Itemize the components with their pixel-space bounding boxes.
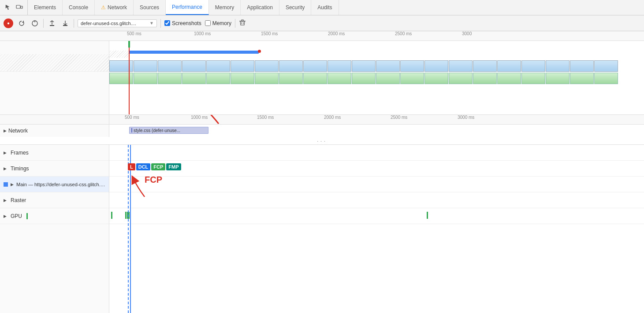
screenshot-thumb-2[interactable]: [424, 73, 448, 84]
tab-security[interactable]: Security: [279, 0, 311, 15]
screenshot-thumb[interactable]: [594, 60, 618, 72]
download-button[interactable]: [60, 18, 70, 28]
track-row-gpu[interactable]: ▶ GPU: [0, 208, 109, 224]
hatch-before-bar: [109, 51, 129, 58]
network-content: style.css (defer-unuse...: [109, 125, 644, 137]
annotation-arrow-svg: [183, 115, 223, 126]
screenshot-thumb-2[interactable]: [352, 73, 376, 84]
screenshot-thumb[interactable]: [376, 60, 400, 72]
tick-2500ms: 2500 ms: [395, 31, 412, 36]
screenshot-thumb-2[interactable]: [521, 73, 545, 84]
screenshots-checkbox[interactable]: [164, 20, 170, 26]
screenshot-thumb[interactable]: [400, 60, 424, 72]
toolbar-separator-2: [74, 19, 74, 28]
track-content-panel: L DCL FCP FMP FC: [109, 145, 644, 313]
overview-left-panel: [0, 41, 109, 115]
screenshot-thumb-2[interactable]: [546, 73, 570, 84]
btick-1500ms: 1500 ms: [257, 115, 274, 120]
reload-button[interactable]: [17, 18, 26, 28]
screenshot-thumb[interactable]: [182, 60, 206, 72]
badge-fmp: FMP: [166, 163, 181, 170]
badge-l: L: [128, 163, 135, 170]
screenshot-thumb-2[interactable]: [594, 73, 618, 84]
tab-application-label: Application: [247, 4, 273, 11]
url-selector[interactable]: defer-unused-css.glitch.... ▼: [78, 19, 157, 27]
stop-button[interactable]: [30, 18, 40, 28]
screenshot-thumb[interactable]: [134, 60, 157, 72]
network-expand-arrow: ▶: [4, 129, 7, 133]
screenshot-thumb-2[interactable]: [328, 73, 351, 84]
track-row-raster[interactable]: ▶ Raster: [0, 192, 109, 208]
clear-recordings-button[interactable]: [239, 19, 246, 28]
tab-sources[interactable]: Sources: [134, 0, 166, 15]
tab-audits[interactable]: Audits: [311, 0, 339, 15]
hatch-pattern: [0, 54, 109, 72]
screenshot-thumb-2[interactable]: [206, 73, 230, 84]
screenshot-thumb[interactable]: [473, 60, 497, 72]
screenshot-thumb-2[interactable]: [182, 73, 206, 84]
screenshot-thumb-2[interactable]: [255, 73, 279, 84]
screenshot-thumb[interactable]: [497, 60, 521, 72]
screenshot-thumb[interactable]: [546, 60, 570, 72]
tick-3000ms: 3000: [462, 31, 472, 36]
memory-label: Memory: [212, 20, 231, 26]
tab-application[interactable]: Application: [241, 0, 279, 15]
gpu-expand-icon: ▶: [4, 214, 8, 218]
timings-expand-icon: ▶: [4, 166, 8, 171]
screenshot-thumb[interactable]: [303, 60, 327, 72]
main-expand-icon: ▶: [11, 182, 14, 187]
tab-performance[interactable]: Performance: [166, 0, 209, 15]
lower-section: 500 ms 1000 ms 1500 ms 2000 ms 2500 ms 3…: [0, 115, 644, 313]
track-row-timings[interactable]: ▶ Timings: [0, 161, 109, 177]
memory-checkbox[interactable]: [205, 20, 211, 26]
tick-500ms: 500 ms: [127, 31, 141, 36]
screenshot-thumb-2[interactable]: [376, 73, 400, 84]
toolbar-separator-1: [43, 19, 44, 28]
screenshot-thumb-2[interactable]: [570, 73, 594, 84]
screenshot-thumb[interactable]: [279, 60, 303, 72]
screenshot-thumb[interactable]: [231, 60, 254, 72]
tab-elements[interactable]: Elements: [28, 0, 63, 15]
screenshot-thumb[interactable]: [255, 60, 279, 72]
memory-checkbox-label[interactable]: Memory: [205, 20, 231, 26]
screenshot-thumb-2[interactable]: [158, 73, 182, 84]
gpu-bar-1: [111, 212, 112, 219]
upload-button[interactable]: [47, 18, 57, 28]
toolbar-separator-4: [235, 19, 235, 28]
screenshot-thumb-2[interactable]: [231, 73, 254, 84]
tab-audits-label: Audits: [317, 4, 332, 11]
screenshot-thumb[interactable]: [158, 60, 182, 72]
screenshot-thumb-2[interactable]: [400, 73, 424, 84]
network-label-row[interactable]: ▶ Network: [0, 125, 109, 137]
record-button[interactable]: ●: [4, 18, 13, 28]
track-row-main[interactable]: ▶ Main — https://defer-unused-css.glitch…: [0, 177, 109, 192]
screenshot-thumb-2[interactable]: [449, 73, 473, 84]
network-section: ▶ Network style.css (defer-unuse...: [0, 125, 644, 145]
screenshot-thumb-2[interactable]: [279, 73, 303, 84]
screenshot-thumb-2[interactable]: [497, 73, 521, 84]
screenshots-checkbox-label[interactable]: Screenshots: [164, 20, 201, 26]
tick-1000ms: 1000 ms: [194, 31, 211, 36]
screenshot-thumb[interactable]: [352, 60, 376, 72]
screenshot-thumb[interactable]: [449, 60, 473, 72]
tab-console[interactable]: Console: [63, 0, 95, 15]
badge-fcp: FCP: [151, 163, 165, 170]
screenshot-thumb[interactable]: [570, 60, 594, 72]
screenshot-thumb-2[interactable]: [134, 73, 157, 84]
track-row-frames[interactable]: ▶ Frames: [0, 145, 109, 161]
screenshot-thumb[interactable]: [521, 60, 545, 72]
screenshot-thumb-2[interactable]: [303, 73, 327, 84]
device-toggle-icon[interactable]: [15, 3, 24, 12]
screenshot-thumb[interactable]: [206, 60, 230, 72]
tab-network[interactable]: ⚠ Network: [95, 0, 134, 15]
raster-label: Raster: [11, 197, 26, 203]
toolbar-separator-3: [160, 19, 161, 28]
screenshot-thumb[interactable]: [424, 60, 448, 72]
tab-memory[interactable]: Memory: [209, 0, 241, 15]
inspect-icon[interactable]: [4, 3, 12, 12]
screenshot-thumbnails-row1: [109, 60, 644, 72]
frames-content-row: [109, 145, 644, 161]
screenshot-thumb-2[interactable]: [473, 73, 497, 84]
style-css-bar[interactable]: style.css (defer-unuse...: [129, 127, 208, 134]
screenshot-thumb[interactable]: [328, 60, 351, 72]
